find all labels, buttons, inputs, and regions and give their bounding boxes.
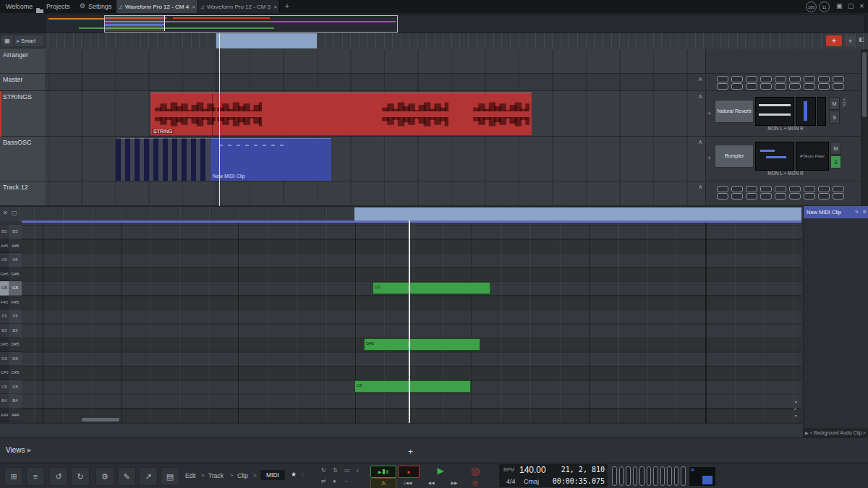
breadcrumb-midi[interactable]: MIDI: [260, 470, 285, 480]
rack-control[interactable]: [746, 76, 757, 82]
key-f5[interactable]: F5: [0, 309, 9, 324]
keyboard-icon[interactable]: ▤: [161, 467, 179, 486]
loop-record-button[interactable]: ◎: [469, 478, 482, 487]
rack-control[interactable]: [746, 83, 757, 90]
key-c5[interactable]: C5: [0, 380, 9, 395]
mute-button[interactable]: M: [830, 142, 841, 155]
sync-icon[interactable]: ⇄: [321, 478, 326, 484]
plugin-fader-widget[interactable]: [796, 97, 816, 126]
nudge-icon[interactable]: ⇅: [333, 467, 338, 474]
tag-icon[interactable]: ✎: [117, 467, 136, 486]
midi-note-ds5[interactable]: D#5: [364, 338, 480, 351]
rack-control[interactable]: [731, 186, 743, 192]
punch-icon[interactable]: ●: [333, 478, 336, 484]
rack-control[interactable]: [760, 193, 772, 200]
rack-control[interactable]: [760, 186, 772, 192]
project-overview-strip[interactable]: [0, 13, 868, 33]
rewind-button[interactable]: ◀◀: [421, 478, 441, 487]
rack-control[interactable]: [833, 83, 844, 90]
background-clip-bar[interactable]: ▶ < Background Audio Clip >: [804, 428, 868, 437]
time-signature[interactable]: 4/4: [506, 478, 516, 485]
midi-note-c5[interactable]: C5: [354, 380, 471, 393]
automation-button[interactable]: A: [699, 184, 702, 189]
track12-rack-row[interactable]: [717, 193, 844, 200]
key-b5[interactable]: B5: [0, 225, 9, 239]
menu-settings[interactable]: Settings: [88, 3, 112, 10]
redo-icon[interactable]: ↻: [71, 467, 90, 486]
midi-clip-bassosc-1[interactable]: [116, 138, 210, 181]
rack-control[interactable]: [775, 83, 786, 90]
key-f5-label[interactable]: F5: [9, 309, 22, 324]
goto-start-button[interactable]: |◀◀: [398, 478, 418, 487]
grid-menu-icon[interactable]: ⊞: [4, 467, 23, 486]
playhead-midi-editor[interactable]: [409, 221, 410, 423]
share-icon[interactable]: ↗: [139, 467, 158, 486]
position-display[interactable]: 21, 2, 810: [550, 466, 605, 474]
track-header-track12[interactable]: Track 12: [0, 181, 45, 206]
new-tab-button[interactable]: +: [285, 2, 289, 10]
plugin-natural-reverb[interactable]: Natural Reverb: [715, 100, 754, 123]
undo-icon[interactable]: ↺: [49, 467, 68, 486]
favorite-star-icon[interactable]: ★: [291, 471, 297, 478]
mini-monitor-display[interactable]: [689, 466, 716, 487]
key-b4[interactable]: B4: [0, 394, 9, 408]
add-plugin-icon[interactable]: +: [707, 155, 711, 162]
rack-control[interactable]: [789, 83, 801, 90]
menu-projects[interactable]: Projects: [46, 3, 70, 10]
key-g5-label[interactable]: G5: [9, 281, 22, 296]
automation-button[interactable]: A: [699, 94, 702, 99]
plugin-auto-filter[interactable]: #TAuto Filter: [796, 142, 829, 171]
track-header-master[interactable]: Master: [0, 74, 45, 91]
scrollbar-thumb[interactable]: [862, 52, 867, 117]
key-e5[interactable]: E5: [0, 324, 9, 338]
panels-icon[interactable]: ▦: [1, 35, 13, 46]
star-outline-icon[interactable]: ☆: [299, 471, 305, 478]
vertical-scrollbar[interactable]: [861, 49, 868, 206]
clip-range-highlight[interactable]: [354, 207, 801, 221]
add-view-button[interactable]: +: [408, 447, 413, 457]
midi-note-grid[interactable]: [22, 221, 801, 423]
rack-control[interactable]: [746, 186, 757, 192]
rack-control[interactable]: [789, 186, 801, 192]
key-b5-label[interactable]: B5: [9, 225, 22, 239]
key-a5[interactable]: A5: [0, 253, 9, 267]
master-rack-row[interactable]: [717, 83, 844, 90]
rack-control[interactable]: [833, 76, 844, 82]
add-track-button[interactable]: +: [826, 35, 842, 46]
add-plugin-icon[interactable]: +: [707, 110, 711, 117]
key-as5-label[interactable]: A#5: [9, 239, 22, 254]
rack-control[interactable]: [731, 76, 743, 82]
add-button[interactable]: +: [845, 35, 856, 46]
panel-toggle-icon[interactable]: ◧: [859, 36, 864, 43]
metronome-icon[interactable]: ♪: [356, 467, 359, 474]
rack-control[interactable]: [818, 76, 830, 82]
rack-control[interactable]: [789, 76, 801, 82]
menu-icon[interactable]: ≡: [26, 467, 45, 486]
rack-control[interactable]: [717, 83, 728, 90]
breadcrumb-track[interactable]: Track: [208, 472, 224, 479]
smart-tool-button[interactable]: ➤ Smart: [14, 35, 43, 46]
track-header-strings[interactable]: STRINGS: [0, 91, 45, 137]
transport-display[interactable]: BPM 140.00 21, 2, 810 4/4 Cmaj 00:00:35.…: [499, 464, 608, 487]
key-cs5[interactable]: C#5: [0, 366, 9, 380]
rack-control[interactable]: [818, 186, 830, 192]
rack-control[interactable]: [818, 193, 830, 200]
record-button[interactable]: ◎: [467, 463, 483, 478]
close-icon[interactable]: ✕: [273, 4, 277, 9]
key-c5-label[interactable]: C5: [9, 380, 22, 395]
key-gs5-label[interactable]: G#5: [9, 267, 22, 282]
automation-button[interactable]: A: [699, 77, 702, 82]
plugin-rompler[interactable]: Rompler: [715, 145, 754, 168]
rack-control[interactable]: [717, 186, 728, 192]
clip-settings-icon[interactable]: ⚙: [863, 209, 867, 214]
rack-control[interactable]: [804, 76, 815, 82]
zoom-level-icon[interactable]: z: [794, 406, 796, 411]
scroll-icon[interactable]: ~: [344, 478, 348, 484]
rack-control[interactable]: [775, 76, 786, 82]
warning-button[interactable]: ⚠: [370, 478, 396, 488]
key-e5-label[interactable]: E5: [9, 324, 22, 338]
horizontal-scrollbar-thumb[interactable]: [82, 418, 119, 421]
rack-control[interactable]: [760, 83, 772, 90]
lane-track12[interactable]: [45, 181, 705, 206]
master-rack-row[interactable]: [717, 76, 844, 82]
